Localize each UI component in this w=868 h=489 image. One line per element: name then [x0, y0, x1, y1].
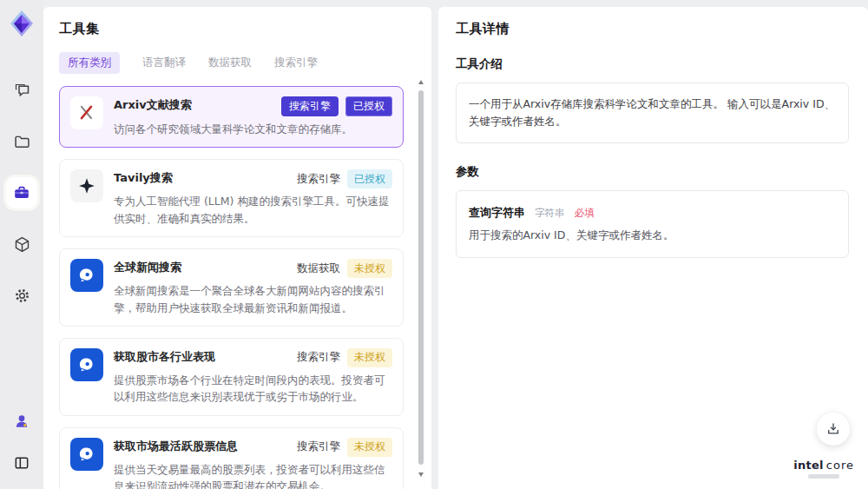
gem-logo-icon [7, 9, 36, 38]
download-button[interactable] [817, 413, 850, 446]
tool-badges: 数据获取 未授权 [297, 259, 392, 278]
tool-description: 全球新闻搜索是一个聚合全球各大新闻网站内容的搜索引擎，帮助用户快速获取全球最新资… [114, 282, 392, 316]
tool-card-head: Arxiv文献搜索 搜索引擎 已授权 [114, 96, 392, 116]
tool-cards: Arxiv文献搜索 搜索引擎 已授权 访问各个研究领域大量科学论文和文章的存储库… [59, 86, 418, 489]
tool-icon-box [70, 348, 103, 381]
tool-card-head: Tavily搜索 搜索引擎 已授权 [114, 169, 392, 188]
brand-subtext-bar [808, 474, 839, 479]
tool-card-body: 全球新闻搜索 数据获取 未授权 全球新闻搜索是一个聚合全球各大新闻网站内容的搜索… [114, 259, 392, 316]
gear-icon [13, 287, 31, 305]
intro-text-box: 一个用于从Arxiv存储库搜索科学论文和文章的工具。 输入可以是Arxiv ID… [456, 83, 849, 143]
intel-core-logo: intelcore [793, 459, 854, 479]
auth-status-badge: 未授权 [347, 259, 392, 278]
tool-icon-box [70, 259, 103, 292]
sidebar-item-package[interactable] [6, 228, 37, 260]
scrollbar-thumb[interactable] [418, 90, 424, 465]
tool-name: Arxiv文献搜索 [114, 96, 192, 113]
intro-heading: 工具介绍 [456, 56, 849, 72]
tab-all-categories[interactable]: 所有类别 [59, 52, 120, 74]
tool-badges: 搜索引擎 已授权 [297, 169, 392, 188]
sidebar-item-settings[interactable] [6, 280, 37, 311]
category-label: 搜索引擎 [297, 172, 340, 187]
tool-detail-panel: 工具详情 工具介绍 一个用于从Arxiv存储库搜索科学论文和文章的工具。 输入可… [438, 7, 868, 489]
brand-intel: intel [793, 459, 824, 472]
params-heading: 参数 [456, 164, 849, 180]
category-label: 搜索引擎 [297, 439, 340, 454]
param-header: 查询字符串 字符串 必填 [469, 203, 836, 221]
tool-card-head: 获取市场最活跃股票信息 搜索引擎 未授权 [114, 438, 392, 457]
brand-core: core [826, 459, 854, 472]
tool-icon-box [70, 96, 103, 129]
sidebar-item-folder[interactable] [6, 126, 37, 157]
left-rail [0, 0, 43, 489]
scroll-down-arrow-icon[interactable] [418, 472, 424, 477]
rail-bottom [6, 406, 37, 489]
auth-status-badge: 已授权 [347, 169, 392, 188]
tool-badges: 搜索引擎 未授权 [297, 438, 392, 457]
tab-data-fetch[interactable]: 数据获取 [208, 56, 252, 70]
download-icon [825, 421, 841, 437]
app-logo[interactable] [7, 9, 36, 38]
panel-toggle-icon [13, 454, 30, 472]
category-label: 搜索引擎 [297, 350, 340, 365]
param-type: 字符串 [535, 207, 565, 219]
tool-card-body: Tavily搜索 搜索引擎 已授权 专为人工智能代理 (LLM) 构建的搜索引擎… [114, 169, 392, 227]
tool-card-arxiv[interactable]: Arxiv文献搜索 搜索引擎 已授权 访问各个研究领域大量科学论文和文章的存储库… [59, 86, 404, 148]
tool-card-body: 获取股市各行业表现 搜索引擎 未授权 提供股票市场各个行业在特定时间段内的表现。… [114, 348, 392, 406]
category-label: 数据获取 [297, 261, 340, 276]
sidebar-item-toolbox[interactable] [6, 177, 37, 208]
tool-name: 获取股市各行业表现 [114, 348, 215, 365]
sidebar-item-chat[interactable] [6, 75, 37, 106]
tool-card-head: 获取股市各行业表现 搜索引擎 未授权 [114, 348, 392, 367]
tab-language-translation[interactable]: 语言翻译 [142, 56, 186, 70]
sidebar-item-user[interactable] [6, 406, 37, 437]
tool-name: 获取市场最活跃股票信息 [114, 438, 238, 454]
tool-card-stock-sector[interactable]: 获取股市各行业表现 搜索引擎 未授权 提供股票市场各个行业在特定时间段内的表现。… [59, 338, 404, 416]
tool-card-tavily[interactable]: Tavily搜索 搜索引擎 已授权 专为人工智能代理 (LLM) 构建的搜索引擎… [59, 159, 404, 237]
folder-icon [13, 133, 31, 151]
tool-card-active-stocks[interactable]: 获取市场最活跃股票信息 搜索引擎 未授权 提供当天交易量最高的股票列表，投资者可… [59, 427, 404, 489]
user-avatar-icon [13, 413, 30, 430]
tool-description: 专为人工智能代理 (LLM) 构建的搜索引擎工具。可快速提供实时、准确和真实的结… [114, 193, 392, 227]
news-bubble-icon [77, 355, 96, 374]
tool-description: 访问各个研究领域大量科学论文和文章的存储库。 [114, 121, 392, 137]
tool-badges: 搜索引擎 已授权 [281, 96, 392, 116]
tool-card-head: 全球新闻搜索 数据获取 未授权 [114, 259, 392, 278]
tool-card-global-news[interactable]: 全球新闻搜索 数据获取 未授权 全球新闻搜索是一个聚合全球各大新闻网站内容的搜索… [59, 248, 404, 327]
tab-search-engine[interactable]: 搜索引擎 [274, 56, 318, 70]
category-badge: 搜索引擎 [281, 96, 339, 116]
auth-status-badge: 未授权 [347, 348, 392, 367]
tool-card-body: Arxiv文献搜索 搜索引擎 已授权 访问各个研究领域大量科学论文和文章的存储库… [114, 96, 392, 137]
package-cube-icon [13, 235, 31, 254]
category-tabs: 所有类别 语言翻译 数据获取 搜索引擎 [59, 52, 418, 74]
page-title: 工具集 [59, 21, 418, 37]
arxiv-icon [77, 103, 96, 122]
auth-status-badge: 已授权 [345, 96, 392, 116]
sidebar-item-panel-toggle[interactable] [6, 447, 37, 479]
chat-icon [13, 82, 31, 100]
param-item: 查询字符串 字符串 必填 用于搜索的Arxiv ID、关键字或作者姓名。 [456, 190, 849, 258]
tavily-star-icon [77, 176, 96, 195]
param-required-label: 必填 [575, 207, 595, 219]
tool-icon-box [70, 438, 103, 471]
tool-description: 提供当天交易量最高的股票列表，投资者可以利用这些信息来识别流动性强的股票和潜在的… [114, 461, 392, 489]
tool-name: 全球新闻搜索 [114, 259, 181, 275]
tool-description: 提供股票市场各个行业在特定时间段内的表现。投资者可以利用这些信息来识别表现优于或… [114, 372, 392, 406]
list-scrollbar[interactable] [418, 73, 425, 479]
intel-core-wordmark: intelcore [793, 459, 854, 472]
detail-title: 工具详情 [456, 21, 849, 37]
auth-status-badge: 未授权 [347, 438, 392, 457]
scroll-up-arrow-icon[interactable] [418, 80, 424, 84]
toolbox-icon [12, 183, 31, 202]
news-bubble-icon [77, 445, 96, 464]
tool-list-panel: 工具集 所有类别 语言翻译 数据获取 搜索引擎 Arxiv文献搜索 搜索引擎 已… [43, 7, 431, 489]
param-name: 查询字符串 [469, 206, 525, 219]
tool-card-body: 获取市场最活跃股票信息 搜索引擎 未授权 提供当天交易量最高的股票列表，投资者可… [114, 438, 392, 489]
tool-name: Tavily搜索 [114, 169, 173, 186]
rail-nav [6, 75, 37, 311]
tool-icon-box [70, 169, 103, 202]
param-description: 用于搜索的Arxiv ID、关键字或作者姓名。 [469, 228, 836, 243]
tool-badges: 搜索引擎 未授权 [297, 348, 392, 367]
news-bubble-icon [77, 266, 96, 285]
